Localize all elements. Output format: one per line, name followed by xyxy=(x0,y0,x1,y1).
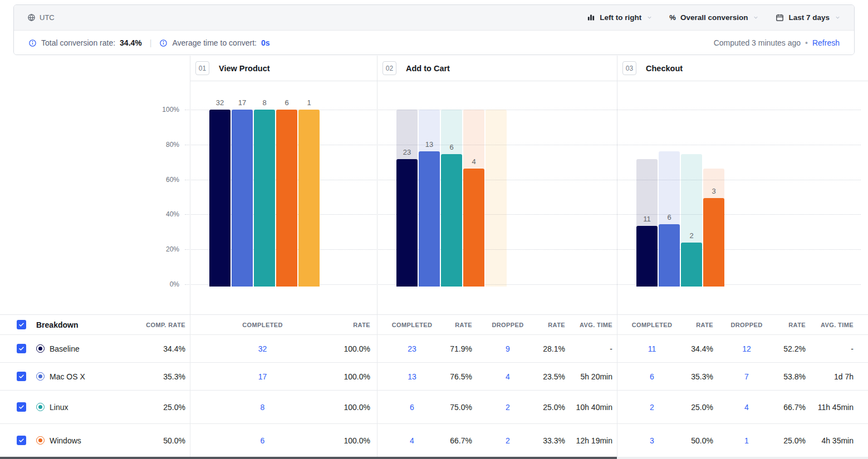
avg-time-value: 5h 20min xyxy=(580,371,612,383)
row-checkbox[interactable] xyxy=(17,372,26,381)
y-axis-label: 0% xyxy=(0,280,179,289)
column-header-avg-time: AVG. TIME xyxy=(566,315,617,334)
funnel-bar[interactable]: 2 xyxy=(681,110,702,287)
dropped-value[interactable]: 4 xyxy=(506,371,510,383)
funnel-chart: 01 View Product 02 Add to Cart 03 Checko… xyxy=(0,56,868,314)
dropped-value[interactable]: 1 xyxy=(744,435,749,447)
stat-divider: | xyxy=(150,38,152,47)
row-checkbox-cell xyxy=(0,391,31,423)
column-header-completed: COMPLETED xyxy=(617,315,686,334)
completed-value[interactable]: 2 xyxy=(650,401,654,413)
funnel-bar[interactable]: 17 xyxy=(232,110,253,287)
dropped-value[interactable]: 2 xyxy=(506,401,510,413)
funnel-bar-count: 8 xyxy=(254,98,275,107)
step-divider xyxy=(190,81,190,314)
completed-value[interactable]: 17 xyxy=(258,371,267,383)
info-icon[interactable] xyxy=(28,39,37,47)
column-header-dropped: DROPPED xyxy=(719,315,774,334)
series-indicator[interactable] xyxy=(36,436,45,445)
funnel-bar[interactable]: 6 xyxy=(441,110,462,287)
completed-value[interactable]: 3 xyxy=(650,435,654,447)
summary-bar: Total conversion rate: 34.4% | Average t… xyxy=(14,31,854,55)
row-checkbox[interactable] xyxy=(17,402,26,412)
funnel-bar[interactable]: 8 xyxy=(254,110,275,287)
completed-value[interactable]: 6 xyxy=(650,371,654,383)
conversion-metric-select[interactable]: % Overall conversion xyxy=(669,13,759,22)
rate-value: 25.0% xyxy=(691,401,713,413)
rate-value: 76.5% xyxy=(450,371,472,383)
funnel-bar[interactable]: 11 xyxy=(636,110,658,287)
breakdown-label: Baseline xyxy=(50,344,80,353)
funnel-bar[interactable] xyxy=(486,110,507,287)
completed-cell: 8 xyxy=(190,391,335,423)
series-indicator[interactable] xyxy=(36,403,45,411)
rate-value: 100.0% xyxy=(344,343,370,355)
funnel-bar-count: 6 xyxy=(441,143,462,151)
dropped-value[interactable]: 12 xyxy=(742,343,751,355)
completed-value[interactable]: 6 xyxy=(261,435,265,447)
funnel-bar[interactable]: 4 xyxy=(463,110,484,287)
completed-value[interactable]: 13 xyxy=(408,371,416,383)
row-checkbox-cell xyxy=(0,424,31,457)
funnel-bar[interactable]: 32 xyxy=(209,110,231,287)
percent-icon: % xyxy=(669,13,676,22)
dropped-cell: 12 xyxy=(719,335,774,362)
funnel-bar-count: 11 xyxy=(636,215,658,223)
dropped-value[interactable]: 9 xyxy=(506,343,510,355)
series-indicator[interactable] xyxy=(36,372,45,381)
table-row: Mac OS X35.3%17100.0%1376.5%423.5%5h 20m… xyxy=(0,363,868,391)
table-row: Linux25.0%8100.0%675.0%225.0%10h 40min22… xyxy=(0,391,868,424)
dropped-value[interactable]: 7 xyxy=(744,371,749,383)
completed-value[interactable]: 11 xyxy=(648,343,656,355)
table-row: Baseline34.4%32100.0%2371.9%928.1%-1134.… xyxy=(0,335,868,363)
completed-value[interactable]: 4 xyxy=(410,435,414,447)
funnel-bar-count: 4 xyxy=(463,157,484,166)
breakdown-label: Windows xyxy=(50,436,81,445)
funnel-bars-step-2: 231364 xyxy=(396,110,507,287)
select-all-checkbox[interactable] xyxy=(17,320,26,329)
avg-time-value: 10h 40min xyxy=(576,401,612,413)
funnel-bar-count: 13 xyxy=(419,140,440,149)
horizontal-scrollbar-thumb[interactable] xyxy=(0,457,617,459)
refresh-link[interactable]: Refresh xyxy=(812,38,840,47)
completed-cell: 6 xyxy=(190,424,335,457)
total-conversion-value: 34.4% xyxy=(120,38,142,47)
completed-cell: 4 xyxy=(377,424,447,457)
completed-value[interactable]: 6 xyxy=(410,401,414,413)
completed-cell: 6 xyxy=(617,363,686,390)
funnel-bar[interactable]: 1 xyxy=(298,110,320,287)
bar-chart-icon xyxy=(587,13,595,22)
drop-rate-value: 53.8% xyxy=(783,371,806,383)
dropped-value[interactable]: 2 xyxy=(506,435,510,447)
row-checkbox[interactable] xyxy=(17,344,26,353)
funnel-bar[interactable]: 6 xyxy=(276,110,297,287)
completed-value[interactable]: 8 xyxy=(261,401,265,413)
funnel-direction-select[interactable]: Left to right xyxy=(587,13,653,22)
timezone-indicator[interactable]: UTC xyxy=(27,13,55,22)
dropped-value[interactable]: 4 xyxy=(744,401,749,413)
rate-cell: 66.7% xyxy=(447,424,480,457)
drop-rate-cell: 28.1% xyxy=(536,335,566,362)
series-indicator[interactable] xyxy=(36,344,45,353)
row-checkbox-cell xyxy=(0,335,31,362)
row-checkbox[interactable] xyxy=(17,436,26,445)
column-header-comp-rate: COMP. RATE xyxy=(120,315,190,334)
funnel-bar-fill xyxy=(396,159,418,287)
info-icon[interactable] xyxy=(159,39,168,47)
funnel-bar[interactable]: 23 xyxy=(396,110,418,287)
breakdown-name-cell: Baseline xyxy=(31,335,120,362)
date-range-select[interactable]: Last 7 days xyxy=(776,13,841,22)
funnel-bar[interactable]: 6 xyxy=(659,110,680,287)
timezone-label: UTC xyxy=(40,13,55,22)
completed-value[interactable]: 32 xyxy=(258,343,267,355)
rate-cell: 34.4% xyxy=(686,335,719,362)
column-header-dropped: DROPPED xyxy=(480,315,536,334)
avg-time-value[interactable]: 0s xyxy=(261,38,270,47)
rate-value: 100.0% xyxy=(344,371,370,383)
funnel-bar-fill xyxy=(419,151,440,287)
completed-value[interactable]: 23 xyxy=(408,343,416,355)
funnel-bar[interactable]: 13 xyxy=(419,110,440,287)
funnel-bar[interactable] xyxy=(725,110,747,287)
funnel-bar[interactable]: 3 xyxy=(703,110,724,287)
step-header-2: 02 Add to Cart xyxy=(377,56,617,81)
